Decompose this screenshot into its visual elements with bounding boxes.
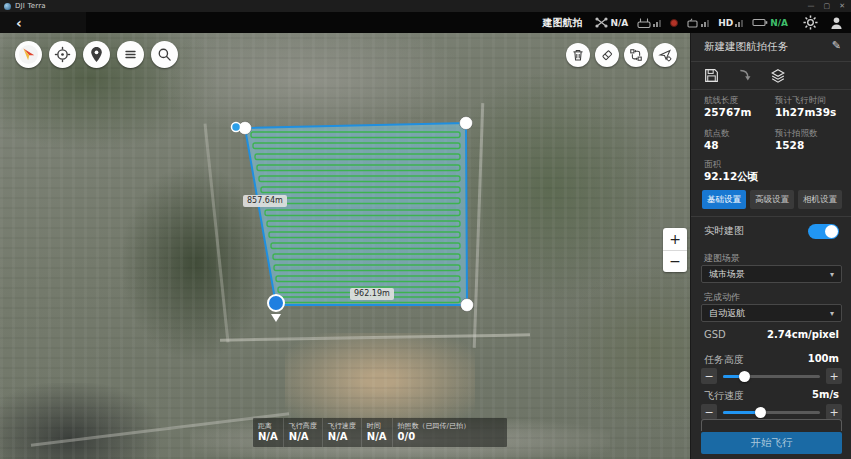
hd-signal-bars-icon bbox=[735, 19, 743, 27]
edit-title-icon[interactable]: ✎ bbox=[832, 39, 841, 52]
rc-signal-bars-icon bbox=[653, 19, 661, 27]
route-swap-icon bbox=[629, 48, 643, 62]
speed-value: 5m/s bbox=[812, 389, 839, 400]
window-title: DJI Terra bbox=[15, 2, 46, 10]
kml-layers-icon bbox=[770, 68, 786, 83]
altitude-slider-track[interactable] bbox=[723, 375, 820, 378]
search-icon bbox=[157, 47, 172, 62]
window-titlebar: DJI Terra — ▢ ✕ bbox=[0, 0, 851, 12]
delete-area-button[interactable] bbox=[566, 43, 590, 67]
zoom-in-button[interactable]: + bbox=[663, 228, 687, 251]
altitude-slider: − + bbox=[701, 368, 842, 384]
settings-gear-icon[interactable] bbox=[803, 15, 818, 30]
erase-button[interactable] bbox=[595, 43, 619, 67]
mapping-scene-select[interactable]: 城市场景 ▾ bbox=[701, 265, 842, 283]
start-flight-button[interactable]: 开始飞行 bbox=[701, 432, 842, 454]
trash-icon bbox=[571, 48, 585, 62]
transmission-icon bbox=[687, 18, 699, 28]
midpoint-handle[interactable] bbox=[232, 123, 241, 132]
tab-advanced-settings[interactable]: 高级设置 bbox=[750, 190, 794, 209]
stat-area-value: 92.12公顷 bbox=[704, 170, 758, 184]
telemetry-distance: 距离 N/A bbox=[253, 418, 284, 447]
mapping-scene-value: 城市场景 bbox=[709, 268, 745, 281]
map-zoom-control: + − bbox=[663, 228, 687, 272]
locate-icon bbox=[54, 46, 71, 63]
mode-title: 建图航拍 bbox=[542, 16, 582, 30]
speed-slider-track[interactable] bbox=[723, 411, 820, 414]
survey-polygon[interactable] bbox=[245, 123, 467, 305]
reverse-route-button[interactable] bbox=[624, 43, 648, 67]
speed-slider-knob[interactable] bbox=[755, 407, 766, 418]
flight-settings-button[interactable] bbox=[653, 43, 677, 67]
waypoint-marker-button[interactable] bbox=[83, 41, 110, 68]
gsd-value: 2.74cm/pixel bbox=[767, 329, 839, 340]
realtime-mapping-toggle[interactable] bbox=[808, 224, 839, 239]
camera-record-icon bbox=[670, 19, 678, 27]
speed-label: 飞行速度 bbox=[704, 389, 744, 403]
import-arrow-icon bbox=[737, 68, 752, 83]
realtime-mapping-label: 实时建图 bbox=[704, 224, 744, 238]
altitude-decrease-button[interactable]: − bbox=[701, 368, 717, 384]
compass-icon bbox=[18, 44, 39, 65]
back-button[interactable]: ‹ bbox=[0, 12, 86, 33]
mission-list-button[interactable] bbox=[117, 41, 144, 68]
stat-waypoints-value: 48 bbox=[704, 139, 719, 151]
maximize-button[interactable]: ▢ bbox=[824, 0, 831, 12]
satellite-map[interactable]: 857.64m 962.19m bbox=[0, 33, 690, 459]
drone-icon bbox=[595, 17, 608, 28]
list-icon bbox=[123, 47, 138, 62]
mission-actions bbox=[703, 67, 786, 84]
hd-video-status: HD bbox=[718, 18, 743, 28]
close-button[interactable]: ✕ bbox=[839, 0, 845, 12]
minimize-button[interactable]: — bbox=[808, 0, 815, 12]
settings-tabs: 基础设置 高级设置 相机设置 bbox=[702, 190, 842, 209]
gps-status: N/A bbox=[595, 17, 628, 28]
speed-increase-button[interactable]: + bbox=[826, 404, 842, 420]
user-profile-icon[interactable] bbox=[830, 16, 843, 30]
zoom-out-button[interactable]: − bbox=[663, 251, 687, 273]
edge-length-label-left: 857.64m bbox=[243, 195, 287, 207]
dji-logo-icon bbox=[4, 3, 11, 10]
speed-slider: − + bbox=[701, 404, 842, 420]
telemetry-speed: 飞行速度 N/A bbox=[323, 418, 362, 447]
save-icon bbox=[704, 68, 719, 83]
battery-status: N/A bbox=[752, 18, 788, 28]
compass-button[interactable] bbox=[15, 41, 42, 68]
finish-action-select[interactable]: 自动返航 ▾ bbox=[701, 304, 842, 322]
gps-value: N/A bbox=[610, 18, 628, 28]
altitude-slider-knob[interactable] bbox=[739, 371, 750, 382]
mission-panel: 新建建图航拍任务 ✎ bbox=[690, 33, 851, 459]
tab-basic-settings[interactable]: 基础设置 bbox=[702, 190, 746, 209]
import-route-button[interactable] bbox=[736, 67, 753, 84]
vertex-handle-bottom-right[interactable] bbox=[461, 299, 474, 312]
chevron-down-icon: ▾ bbox=[830, 309, 834, 318]
app-topbar: ‹ 建图航拍 N/A bbox=[0, 12, 851, 33]
transmission-bars-icon bbox=[701, 19, 709, 27]
rc-signal-status bbox=[637, 17, 661, 28]
speed-decrease-button[interactable]: − bbox=[701, 404, 717, 420]
altitude-value: 100m bbox=[808, 353, 839, 364]
stat-photos-value: 1528 bbox=[775, 139, 804, 151]
back-icon: ‹ bbox=[16, 15, 22, 31]
remote-controller-icon bbox=[637, 17, 651, 28]
altitude-increase-button[interactable]: + bbox=[826, 368, 842, 384]
import-kml-button[interactable] bbox=[769, 67, 786, 84]
edge-length-label-bottom: 962.19m bbox=[350, 288, 394, 300]
save-mission-button[interactable] bbox=[703, 67, 720, 84]
finish-action-value: 自动返航 bbox=[709, 307, 745, 320]
stat-flight-time-value: 1h27m39s bbox=[775, 106, 836, 118]
mapping-scene-label: 建图场景 bbox=[704, 252, 740, 265]
mission-title: 新建建图航拍任务 bbox=[704, 40, 822, 54]
survey-area-overlay bbox=[0, 33, 690, 459]
eraser-icon bbox=[600, 48, 614, 62]
search-button[interactable] bbox=[151, 41, 178, 68]
tab-camera-settings[interactable]: 相机设置 bbox=[798, 190, 842, 209]
locate-button[interactable] bbox=[49, 41, 76, 68]
finish-action-label: 完成动作 bbox=[704, 291, 740, 304]
vertex-handle-top-right[interactable] bbox=[460, 117, 473, 130]
telemetry-altitude: 飞行高度 N/A bbox=[284, 418, 323, 447]
route-start-marker[interactable] bbox=[268, 295, 284, 322]
gsd-label: GSD bbox=[704, 329, 726, 340]
telemetry-time: 时间 N/A bbox=[362, 418, 393, 447]
transmission-status bbox=[687, 18, 709, 28]
